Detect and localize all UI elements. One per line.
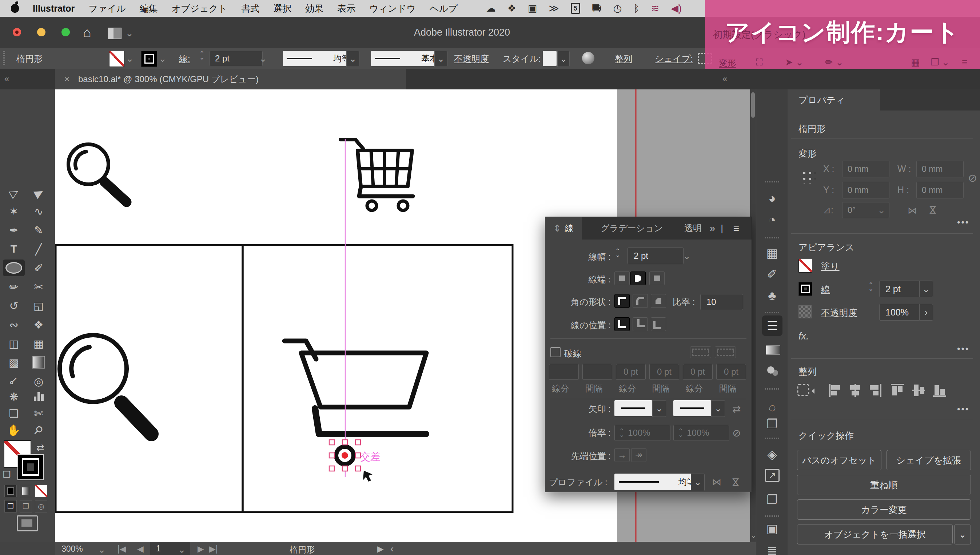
style-chevron-icon[interactable]: ⌄ xyxy=(557,51,570,67)
align-panel-icon[interactable]: ≣ xyxy=(756,543,788,555)
pen-tool[interactable]: ✒ xyxy=(3,222,25,238)
dropbox-icon[interactable]: ❖ xyxy=(507,3,516,14)
gradient-tool[interactable] xyxy=(27,354,50,371)
cap-butt-button[interactable] xyxy=(615,271,630,286)
select-objects-chevron-button[interactable]: ⌄ xyxy=(954,524,971,544)
stroke-width-field[interactable]: 2 pt xyxy=(209,51,262,66)
gradient-mode-button[interactable] xyxy=(19,485,32,497)
time-machine-icon[interactable]: ◷ xyxy=(613,3,622,14)
opacity-link[interactable]: 不透明度 xyxy=(454,53,489,65)
status-bracket-icon[interactable]: ‹ xyxy=(390,543,394,555)
color-mode-button[interactable] xyxy=(4,485,17,497)
clipboard-icon[interactable]: 5 xyxy=(571,3,580,14)
align-outside-button[interactable] xyxy=(651,317,666,331)
creative-cloud-icon[interactable]: ☁ xyxy=(486,3,496,14)
next-artboard-icon[interactable]: ▶ xyxy=(198,544,204,554)
gradient-panel-icon[interactable] xyxy=(766,345,780,355)
zoom-window-button[interactable] xyxy=(61,28,70,36)
artboard-tool[interactable]: ❏ xyxy=(3,405,25,422)
selection-tool[interactable]: ▷ xyxy=(0,180,27,205)
direct-selection-tool[interactable]: ▶ xyxy=(25,180,52,205)
zoom-chevron-icon[interactable]: ⌄ xyxy=(98,544,106,555)
flip-horizontal-icon[interactable]: ⋈ xyxy=(908,205,917,216)
weight-chevron-icon[interactable]: ⌄ xyxy=(683,250,691,262)
free-transform-tool[interactable]: ❖ xyxy=(27,316,50,333)
default-fill-stroke-icon[interactable]: ❐ xyxy=(3,470,11,480)
appearance-fill-label[interactable]: 塗り xyxy=(821,260,840,272)
profile-dropdown[interactable]: 均等 xyxy=(615,473,700,490)
dock-grip[interactable] xyxy=(765,515,780,517)
tab-properties[interactable]: プロパティ xyxy=(788,90,880,111)
swap-fill-stroke-icon[interactable]: ⇄ xyxy=(36,442,44,453)
tab-transparency[interactable]: 透明 xyxy=(676,217,710,239)
mesh-tool[interactable]: ▩ xyxy=(3,354,25,371)
panel-menu-icon[interactable]: ≡ xyxy=(733,223,739,234)
scale-tool[interactable]: ◱ xyxy=(27,297,50,314)
profile-chevron-icon[interactable]: ⌄ xyxy=(691,473,705,491)
prev-artboard-icon[interactable]: ◀ xyxy=(137,544,144,554)
offset-path-button[interactable]: パスのオフセット xyxy=(797,450,882,470)
opacity-field[interactable]: 100% xyxy=(879,304,926,321)
arrange-documents-chevron-icon[interactable]: ⌄ xyxy=(126,27,134,39)
miter-limit-field[interactable]: 10 xyxy=(700,294,743,310)
reference-point-icon[interactable] xyxy=(801,169,815,184)
tab-gradient[interactable]: グラデーション xyxy=(592,217,671,239)
transform-more-icon[interactable]: ••• xyxy=(957,217,969,228)
layers-panel-icon[interactable]: ◈ xyxy=(756,447,788,462)
swatches-panel-icon[interactable]: ▦ xyxy=(756,246,788,260)
align-more-icon[interactable]: ••• xyxy=(957,404,969,414)
pencil-tool[interactable]: ✏ xyxy=(3,278,25,295)
recolor-button[interactable]: カラー変更 xyxy=(797,499,971,520)
weight-stepper[interactable]: ⌃⌄ xyxy=(615,249,620,257)
appearance-stroke-chevron-icon[interactable]: ⌄ xyxy=(919,281,933,297)
color-guide-panel-icon[interactable]: ◔ xyxy=(756,213,788,227)
menu-select[interactable]: 選択 xyxy=(273,3,291,14)
stroke-panel-icon[interactable]: ☰ xyxy=(762,316,782,336)
panel-collapse-icon[interactable]: » xyxy=(710,223,715,234)
apple-menu-icon[interactable] xyxy=(11,4,19,13)
graphic-styles-panel-icon[interactable]: ❐ xyxy=(756,417,788,431)
perspective-grid-tool[interactable]: ▦ xyxy=(27,335,50,352)
dock-grip[interactable] xyxy=(765,438,780,439)
paintbrush-tool[interactable]: ✐ xyxy=(27,260,50,276)
expand-shape-button[interactable]: シェイプを拡張 xyxy=(887,450,971,470)
arrange-documents-icon[interactable] xyxy=(108,27,122,39)
dock-grip[interactable] xyxy=(765,312,780,313)
transform-panel-icon[interactable]: ▣ xyxy=(756,521,788,536)
stroke-panel-link[interactable]: 線: xyxy=(179,53,190,65)
dock-grip[interactable] xyxy=(765,237,780,238)
close-tab-icon[interactable]: × xyxy=(64,74,69,84)
fill-color-swatch[interactable] xyxy=(109,51,124,67)
transparency-panel-icon[interactable] xyxy=(767,366,774,374)
draw-normal-button[interactable]: ❐ xyxy=(4,500,17,512)
controlbar-grip[interactable] xyxy=(3,51,5,66)
zoom-level[interactable]: 300% xyxy=(61,544,83,554)
join-bevel-button[interactable] xyxy=(651,294,666,308)
document-tab[interactable]: × basic10.ai* @ 300% (CMYK/GPU プレビュー) xyxy=(55,69,406,90)
status-play-icon[interactable]: ▶ xyxy=(377,544,384,554)
symbol-sprayer-tool[interactable]: ❋ xyxy=(3,388,25,405)
align-buttons[interactable] xyxy=(797,382,968,398)
arrange-button[interactable]: 重ね順 xyxy=(797,475,971,495)
menu-effect[interactable]: 効果 xyxy=(305,3,323,14)
stroke-width-chevron-icon[interactable]: ⌄ xyxy=(259,53,267,64)
tab-stroke[interactable]: ⇕線 xyxy=(545,217,582,239)
stroke-width-stepper[interactable]: ⌃⌄ xyxy=(200,51,204,59)
rotate-tool[interactable]: ↺ xyxy=(3,297,25,314)
select-objects-button[interactable]: オブジェクトを一括選択 xyxy=(797,524,953,544)
dock-grip[interactable] xyxy=(765,388,780,390)
stroke-color-chevron-icon[interactable]: ⌄ xyxy=(159,53,167,64)
symbols-panel-icon[interactable]: ♣ xyxy=(756,289,788,303)
join-miter-button[interactable] xyxy=(615,294,630,308)
brush-dropdown[interactable]: 基本 xyxy=(371,51,442,66)
volume-icon[interactable]: ◀) xyxy=(671,3,682,14)
width-profile-dropdown[interactable]: 均等 xyxy=(283,51,354,66)
draw-inside-button[interactable]: ◎ xyxy=(35,500,47,512)
fill-color-chevron-icon[interactable]: ⌄ xyxy=(126,53,134,64)
fast-forward-icon[interactable]: ≫ xyxy=(549,3,559,14)
appearance-stroke-swatch[interactable] xyxy=(798,282,812,296)
cap-round-button[interactable] xyxy=(631,271,646,286)
home-icon[interactable]: ⌂ xyxy=(83,25,91,40)
cap-projecting-button[interactable] xyxy=(649,271,665,286)
stroke-color-swatch[interactable] xyxy=(141,51,157,67)
